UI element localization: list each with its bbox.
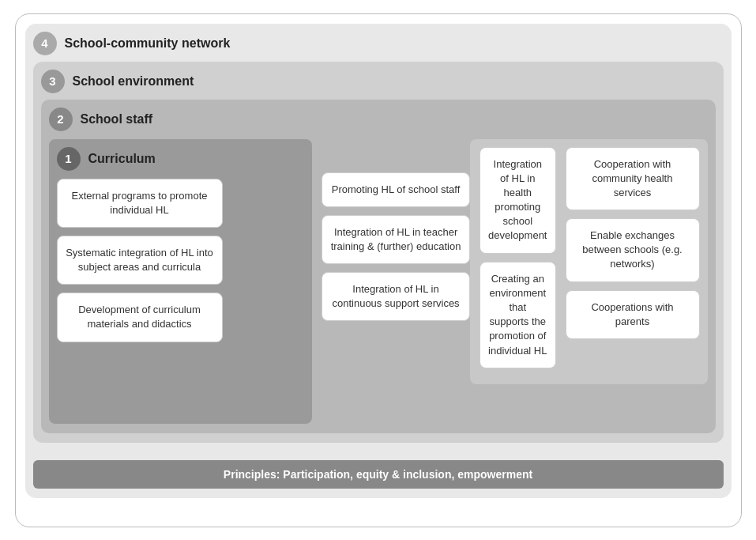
layer4: 4 School-community network 3 School envi… [25,24,732,498]
col1: External programs to promote individual … [57,179,223,342]
col1-card-1: Systematic integration of HL into subjec… [57,236,223,285]
layer1-badge: 1 [57,147,81,171]
layer4-badge: 4 [33,32,57,55]
layer2-badge: 2 [49,108,73,131]
col2: Promoting HL of school staff Integration… [312,139,470,330]
right-section: Integration of HL in health promoting sc… [470,139,707,384]
layer3-badge: 3 [41,70,65,93]
col2-card-0: Promoting HL of school staff [322,172,470,207]
col3-card-0: Integration of HL in health promoting sc… [480,147,555,254]
principles-bar: Principles: Participation, equity & incl… [33,460,724,489]
layer4-title: School-community network [65,36,231,51]
col4-card-1: Enable exchanges between schools (e.g. n… [566,218,700,282]
col2-card-1: Integration of HL in teacher training & … [322,215,470,264]
layer2-title: School staff [81,112,153,127]
layer1: 1 Curriculum External programs to promot… [49,139,313,424]
col2-card-2: Integration of HL in continuous support … [322,272,470,321]
col3: Integration of HL in health promoting sc… [480,147,555,376]
layer1-title: Curriculum [88,152,156,166]
layer3: 3 School environment 2 School staff 1 Cu… [33,62,724,443]
col1-card-2: Development of curriculum materials and … [57,293,223,342]
col3-card-1: Creating an environment that supports th… [480,262,555,368]
content-area: 1 Curriculum External programs to promot… [49,139,708,424]
col4-card-2: Cooperations with parents [566,290,700,339]
col4-card-0: Cooperation with community health servic… [566,147,700,211]
layer2: 2 School staff 1 Curriculum External pro… [41,100,716,433]
layer3-title: School environment [73,74,194,89]
layer4-header: 4 School-community network [33,32,724,55]
col1-card-0: External programs to promote individual … [57,179,223,228]
layer1-header: 1 Curriculum [57,147,305,171]
layer3-header: 3 School environment [41,70,716,93]
col4: Cooperation with community health servic… [566,147,700,376]
layer2-header: 2 School staff [49,108,708,131]
main-container: 4 School-community network 3 School envi… [15,13,742,527]
